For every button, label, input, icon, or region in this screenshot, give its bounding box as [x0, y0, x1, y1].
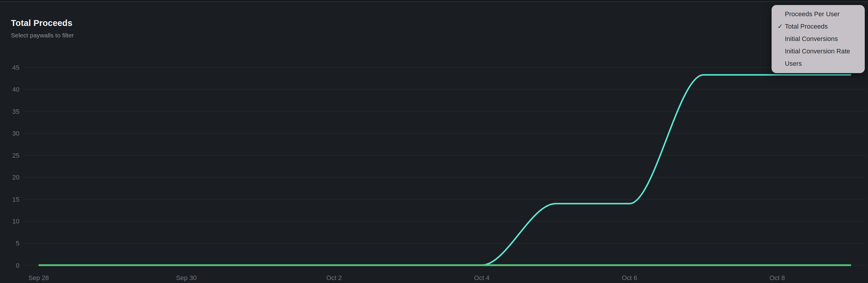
x-tick-label: Sep 28 — [28, 274, 49, 282]
total-proceeds-card: Total Proceeds Select paywalls to filter… — [0, 1, 868, 283]
menu-item-label: Initial Conversions — [785, 35, 838, 42]
x-tick-label: Oct 4 — [474, 274, 490, 282]
series-line-total-proceeds[interactable] — [39, 75, 851, 265]
x-tick-label: Oct 6 — [622, 274, 638, 282]
y-tick-label: 25 — [12, 152, 20, 159]
y-tick-label: 5 — [16, 240, 20, 247]
metric-dropdown-menu: Proceeds Per User✓Total ProceedsInitial … — [772, 5, 865, 73]
menu-item-label: Users — [785, 60, 802, 67]
checkmark-icon: ✓ — [777, 20, 784, 33]
menu-item-total-proceeds[interactable]: ✓Total Proceeds — [772, 20, 865, 33]
y-tick-label: 40 — [12, 86, 20, 93]
y-tick-label: 30 — [12, 130, 20, 137]
menu-item-initial-conversion-rate[interactable]: Initial Conversion Rate — [772, 45, 865, 58]
y-tick-label: 15 — [12, 196, 20, 203]
y-tick-label: 35 — [12, 108, 20, 115]
y-tick-label: 45 — [12, 64, 20, 71]
y-tick-label: 20 — [12, 174, 20, 181]
menu-item-label: Total Proceeds — [785, 23, 828, 30]
x-tick-label: Oct 2 — [327, 274, 342, 282]
y-tick-label: 10 — [12, 218, 20, 225]
menu-item-users[interactable]: Users — [772, 58, 865, 70]
y-tick-label: 0 — [16, 262, 20, 269]
menu-item-label: Initial Conversion Rate — [785, 48, 850, 55]
x-tick-label: Sep 30 — [176, 274, 197, 282]
menu-item-initial-conversions[interactable]: Initial Conversions — [772, 33, 865, 45]
menu-item-proceeds-per-user[interactable]: Proceeds Per User — [772, 8, 865, 20]
menu-item-label: Proceeds Per User — [785, 10, 840, 18]
proceeds-chart: 051015202530354045Sep 28Sep 30Oct 2Oct 4… — [0, 1, 868, 283]
x-tick-label: Oct 8 — [770, 274, 785, 282]
